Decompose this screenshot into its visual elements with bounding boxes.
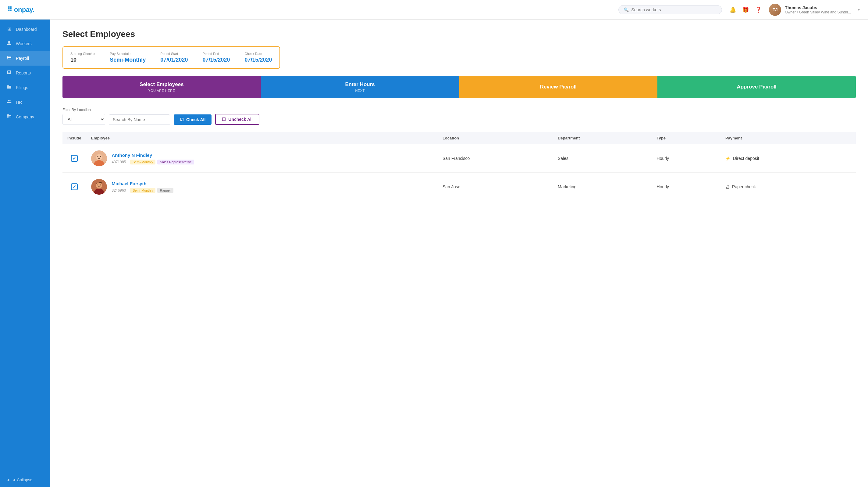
employee-table: Include Employee Location Department Typ… <box>62 132 856 201</box>
step-enter-hours-sub: NEXT <box>355 89 365 92</box>
sidebar-item-payroll[interactable]: Payroll <box>0 51 50 66</box>
sidebar-item-reports[interactable]: Reports <box>0 66 50 80</box>
department-value: Sales <box>558 156 568 161</box>
period-end-value: 07/15/2020 <box>203 57 230 63</box>
logo[interactable]: ⠿ onpay. <box>7 6 34 14</box>
notification-icon[interactable]: 🔔 <box>729 6 736 13</box>
workers-icon <box>6 40 12 47</box>
check-mark-icon: ✓ <box>72 184 76 189</box>
check-date-value: 07/15/2020 <box>245 57 272 63</box>
type-value: Hourly <box>657 184 669 189</box>
gift-icon[interactable]: 🎁 <box>742 6 749 13</box>
emp-id: 4371985 <box>112 160 126 164</box>
department-cell: Sales <box>553 144 652 173</box>
location-filter-label: Filter By Location <box>62 108 105 112</box>
step-select-employees[interactable]: Select Employees YOU ARE HERE <box>62 76 261 98</box>
dashboard-icon: ⊞ <box>6 26 12 32</box>
check-mark-icon: ✓ <box>72 156 76 161</box>
sidebar-item-dashboard[interactable]: ⊞ Dashboard <box>0 22 50 36</box>
check-date-label: Check Date <box>245 52 272 56</box>
period-end-label: Period End <box>203 52 230 56</box>
search-input[interactable] <box>631 7 717 12</box>
check-all-label: Check All <box>186 117 206 122</box>
avatar: TJ <box>769 4 781 16</box>
period-start-value: 07/01/2020 <box>160 57 188 63</box>
payment-value: Direct deposit <box>733 156 759 161</box>
location-filter-select[interactable]: All San Francisco San Jose <box>62 114 105 125</box>
emp-avatar <box>91 179 107 195</box>
collapse-button[interactable]: ◄ ◄ Collapse <box>0 472 50 487</box>
tag-semi-monthly: Semi-Monthly <box>130 160 155 165</box>
search-name-input[interactable] <box>109 114 170 125</box>
sidebar-item-company[interactable]: Company <box>0 110 50 124</box>
emp-name: Michael Forsyth <box>112 181 174 186</box>
period-start-label: Period Start <box>160 52 188 56</box>
sidebar-item-hr[interactable]: HR <box>0 95 50 110</box>
step-approve-payroll[interactable]: Approve Payroll <box>657 76 856 98</box>
emp-info: Michael Forsyth 3246960 Semi-Monthly Rap… <box>112 181 174 193</box>
location-value: San Francisco <box>442 156 470 161</box>
table-row: ✓ <box>62 173 856 201</box>
col-type: Type <box>652 132 721 144</box>
include-checkbox[interactable]: ✓ <box>71 183 78 190</box>
payment-info: 🖨 Paper check <box>725 184 851 189</box>
table-header: Include Employee Location Department Typ… <box>62 132 856 144</box>
hr-icon <box>6 99 12 105</box>
pay-schedule-label: Pay Schedule <box>110 52 146 56</box>
emp-tags: 3246960 Semi-Monthly Rapper <box>112 188 174 193</box>
pay-schedule-field: Pay Schedule Semi-Monthly <box>110 52 146 63</box>
step-approve-payroll-label: Approve Payroll <box>737 84 776 90</box>
payroll-info-box: Starting Check # 10 Pay Schedule Semi-Mo… <box>62 47 280 69</box>
sidebar-item-filings[interactable]: Filings <box>0 80 50 95</box>
uncheck-all-label: Uncheck All <box>228 117 253 122</box>
emp-id: 3246960 <box>112 188 126 193</box>
period-end-field: Period End 07/15/2020 <box>203 52 230 63</box>
sidebar-item-label: HR <box>16 100 22 105</box>
emp-info: Anthony N Findley 4371985 Semi-Monthly S… <box>112 152 194 165</box>
location-cell: San Francisco <box>438 144 553 173</box>
search-icon: 🔍 <box>624 7 629 12</box>
step-enter-hours[interactable]: Enter Hours NEXT <box>261 76 459 98</box>
sidebar-item-label: Reports <box>16 70 31 75</box>
logo-icon: ⠿ <box>7 6 12 14</box>
include-cell: ✓ <box>62 173 86 201</box>
layout: ⊞ Dashboard Workers Payroll Reports Fi <box>0 20 868 487</box>
payroll-icon <box>6 55 12 61</box>
emp-cell: Anthony N Findley 4371985 Semi-Monthly S… <box>91 150 433 166</box>
pay-schedule-value: Semi-Monthly <box>110 57 146 63</box>
paper-check-icon: 🖨 <box>725 184 730 189</box>
search-bar[interactable]: 🔍 <box>618 5 722 15</box>
user-area[interactable]: TJ Thomas Jacobs Owner • Green Valley Wi… <box>769 4 861 16</box>
collapse-label: ◄ Collapse <box>12 478 32 482</box>
user-info: Thomas Jacobs Owner • Green Valley Wine … <box>785 5 851 15</box>
location-cell: San Jose <box>438 173 553 201</box>
user-role: Owner • Green Valley Wine and Sundri... <box>785 10 851 15</box>
location-filter-group: Filter By Location All San Francisco San… <box>62 108 105 125</box>
svg-point-1 <box>96 154 102 160</box>
type-cell: Hourly <box>652 144 721 173</box>
main-content: Select Employees Starting Check # 10 Pay… <box>50 20 868 487</box>
starting-check-label: Starting Check # <box>70 52 95 56</box>
tag-sales-rep: Sales Representative <box>157 160 194 165</box>
emp-name: Anthony N Findley <box>112 152 194 158</box>
check-date-field: Check Date 07/15/2020 <box>245 52 272 63</box>
sidebar-item-workers[interactable]: Workers <box>0 36 50 51</box>
step-review-payroll[interactable]: Review Payroll <box>459 76 658 98</box>
direct-deposit-icon: ⚡ <box>725 156 731 161</box>
col-department: Department <box>553 132 652 144</box>
include-checkbox[interactable]: ✓ <box>71 155 78 162</box>
uncheck-all-button[interactable]: ☐ Uncheck All <box>215 114 259 125</box>
workflow-steps: Select Employees YOU ARE HERE Enter Hour… <box>62 76 856 98</box>
user-name: Thomas Jacobs <box>785 5 851 10</box>
svg-point-4 <box>100 156 100 157</box>
sidebar-item-label: Payroll <box>16 56 29 61</box>
col-payment: Payment <box>720 132 856 144</box>
col-location: Location <box>438 132 553 144</box>
step-select-employees-label: Select Employees <box>140 82 184 88</box>
table-row: ✓ <box>62 144 856 173</box>
reports-icon <box>6 70 12 76</box>
help-icon[interactable]: ❓ <box>755 6 762 13</box>
step-enter-hours-label: Enter Hours <box>345 82 375 88</box>
department-cell: Marketing <box>553 173 652 201</box>
check-all-button[interactable]: ☑ Check All <box>174 114 212 125</box>
